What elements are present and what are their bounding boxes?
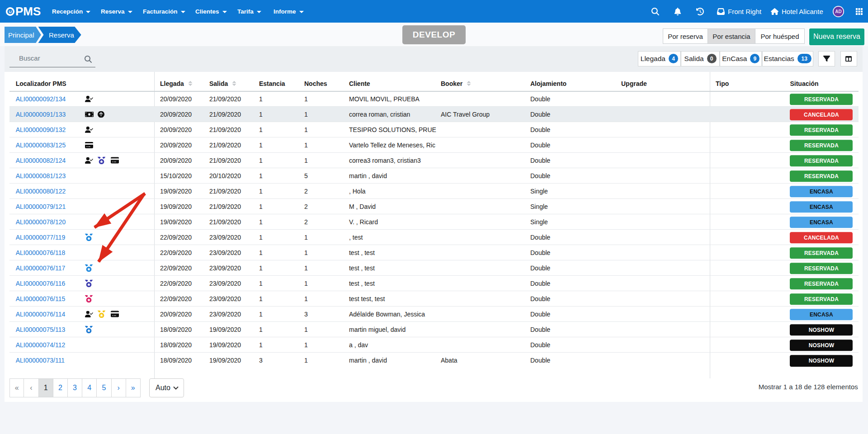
svg-text:AD: AD bbox=[835, 9, 841, 14]
svg-text:Reserva: Reserva bbox=[49, 31, 75, 38]
svg-text:U: U bbox=[9, 9, 12, 14]
svg-text:Principal: Principal bbox=[8, 31, 34, 38]
